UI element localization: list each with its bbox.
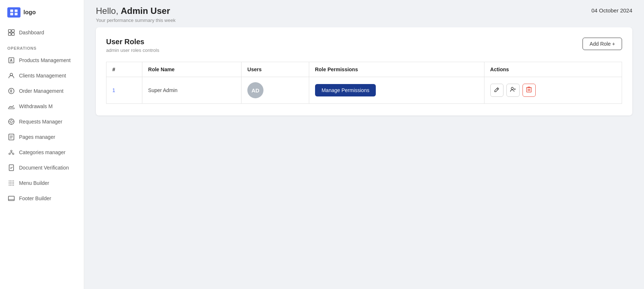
sidebar-item-dashboard[interactable]: Dashboard xyxy=(0,25,84,40)
svg-point-37 xyxy=(12,182,12,183)
svg-point-32 xyxy=(10,180,11,181)
greeting-section: Hello, Admin User Your performance summa… xyxy=(96,6,176,23)
svg-rect-13 xyxy=(8,108,14,109)
order-management-icon: 0 xyxy=(7,87,15,95)
sidebar-item-categories-manager-label: Categories manager xyxy=(19,149,65,155)
menu-builder-icon xyxy=(7,179,15,187)
products-management-icon: A xyxy=(7,56,15,64)
row-users: AD xyxy=(242,77,309,104)
svg-rect-1 xyxy=(15,9,18,12)
delete-icon xyxy=(526,87,532,94)
sidebar-item-footer-builder-label: Footer Builder xyxy=(19,195,51,201)
svg-point-26 xyxy=(12,153,14,155)
sidebar-item-requests-manager[interactable]: Requests Manager xyxy=(0,114,84,129)
svg-rect-4 xyxy=(8,30,11,32)
pages-manager-icon xyxy=(7,133,15,141)
svg-point-41 xyxy=(12,183,12,184)
username-text: Admin User xyxy=(121,6,170,16)
greeting-heading: Hello, Admin User xyxy=(96,6,176,16)
row-actions xyxy=(484,77,622,104)
table-body: 1 Super Admin AD Manage Permissions xyxy=(106,77,622,104)
requests-manager-icon xyxy=(7,118,15,126)
sidebar-item-order-management-label: Order Management xyxy=(19,88,63,94)
dashboard-icon xyxy=(7,28,15,37)
sidebar-item-clients-management[interactable]: Clients Management xyxy=(0,68,84,83)
svg-text:0: 0 xyxy=(10,89,12,93)
sidebar-item-withdrawals[interactable]: Withdrawals M xyxy=(0,99,84,114)
sidebar-item-document-verification[interactable]: Document Verification xyxy=(0,160,84,175)
document-verification-icon xyxy=(7,164,15,172)
svg-text:A: A xyxy=(10,58,12,62)
table-header-row: # Role Name Users Role Permissions Actio… xyxy=(106,62,622,77)
withdrawals-icon xyxy=(7,102,15,110)
logo-text: logo xyxy=(23,9,36,16)
top-header: Hello, Admin User Your performance summa… xyxy=(84,0,644,27)
sidebar-item-categories-manager[interactable]: Categories manager xyxy=(0,145,84,160)
card-header: User Roles admin user roles controls Add… xyxy=(106,38,622,53)
svg-point-15 xyxy=(10,121,12,123)
user-roles-card: User Roles admin user roles controls Add… xyxy=(96,27,632,115)
sidebar-item-dashboard-label: Dashboard xyxy=(19,30,44,35)
role-number-value: 1 xyxy=(112,87,115,93)
add-role-button[interactable]: Add Role + xyxy=(583,38,622,50)
assign-user-icon xyxy=(510,87,516,94)
svg-point-24 xyxy=(11,150,12,152)
sidebar-item-products-management-label: Products Management xyxy=(19,57,71,63)
sidebar-item-menu-builder[interactable]: Menu Builder xyxy=(0,175,84,191)
greeting-text: Hello, xyxy=(96,6,121,16)
svg-rect-5 xyxy=(12,30,14,32)
card-title: User Roles xyxy=(106,38,159,46)
roles-table: # Role Name Users Role Permissions Actio… xyxy=(106,62,622,104)
col-role-permissions: Role Permissions xyxy=(309,62,484,77)
logo-icon xyxy=(7,7,20,18)
sidebar-item-pages-manager-label: Pages manager xyxy=(19,134,55,140)
svg-point-44 xyxy=(10,185,11,186)
sidebar-item-menu-builder-label: Menu Builder xyxy=(19,180,49,186)
sidebar-item-products-management[interactable]: A Products Management xyxy=(0,53,84,68)
svg-rect-3 xyxy=(15,13,18,15)
page-content: User Roles admin user roles controls Add… xyxy=(84,27,644,289)
row-number: 1 xyxy=(106,77,142,104)
row-role-permissions: Manage Permissions xyxy=(309,77,484,104)
roles-table-wrapper: # Role Name Users Role Permissions Actio… xyxy=(106,62,622,104)
edit-role-button[interactable] xyxy=(490,84,503,97)
svg-point-25 xyxy=(9,153,10,155)
svg-rect-47 xyxy=(8,196,14,201)
clients-management-icon xyxy=(7,72,15,80)
svg-point-46 xyxy=(13,185,14,186)
delete-role-button[interactable] xyxy=(523,84,536,97)
svg-rect-7 xyxy=(12,33,14,35)
svg-point-45 xyxy=(12,185,12,186)
col-number: # xyxy=(106,62,142,77)
table-header: # Role Name Users Role Permissions Actio… xyxy=(106,62,622,77)
footer-builder-icon xyxy=(7,194,15,202)
svg-point-50 xyxy=(511,87,513,90)
svg-point-33 xyxy=(12,180,12,181)
operations-section-label: OPERATIONS xyxy=(0,40,84,53)
sidebar-item-clients-management-label: Clients Management xyxy=(19,73,66,79)
svg-point-35 xyxy=(9,182,10,183)
sidebar-item-requests-manager-label: Requests Manager xyxy=(19,119,62,125)
manage-permissions-button[interactable]: Manage Permissions xyxy=(315,84,376,96)
table-row: 1 Super Admin AD Manage Permissions xyxy=(106,77,622,104)
sidebar: logo Dashboard OPERATIONS A xyxy=(0,0,84,289)
sidebar-item-document-verification-label: Document Verification xyxy=(19,165,69,171)
svg-line-29 xyxy=(11,153,13,153)
user-avatar: AD xyxy=(247,82,263,98)
svg-point-43 xyxy=(9,185,10,186)
edit-icon xyxy=(494,87,499,94)
svg-rect-2 xyxy=(10,13,13,15)
svg-point-39 xyxy=(9,183,10,184)
sidebar-item-order-management[interactable]: 0 Order Management xyxy=(0,83,84,99)
sidebar-item-footer-builder[interactable]: Footer Builder xyxy=(0,191,84,206)
sidebar-item-pages-manager[interactable]: Pages manager xyxy=(0,129,84,145)
svg-point-34 xyxy=(13,180,14,181)
svg-point-31 xyxy=(9,180,10,181)
col-role-name: Role Name xyxy=(142,62,241,77)
col-actions: Actions xyxy=(484,62,622,77)
svg-rect-0 xyxy=(10,9,13,12)
svg-line-49 xyxy=(497,88,498,90)
assign-user-button[interactable] xyxy=(506,84,520,97)
header-date: 04 October 2024 xyxy=(591,6,632,14)
svg-point-42 xyxy=(13,183,14,184)
